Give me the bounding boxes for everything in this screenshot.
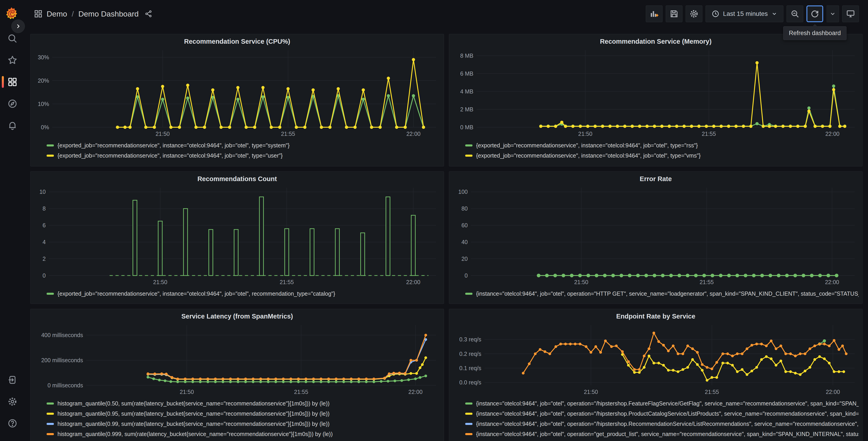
legend-series-label: {instance="otelcol:9464", job="otel", op… bbox=[476, 290, 859, 297]
chevron-down-icon bbox=[771, 11, 777, 17]
toolbar-actions: Last 15 minutes Refresh dashboard bbox=[646, 5, 859, 22]
time-series-chart[interactable]: 0 milliseconds200 milliseconds400 millis… bbox=[34, 321, 440, 397]
cycle-view-mode-button[interactable] bbox=[842, 5, 859, 22]
svg-text:20%: 20% bbox=[38, 78, 49, 84]
legend-series-swatch bbox=[465, 403, 472, 405]
legend-series-swatch bbox=[465, 144, 472, 146]
breadcrumb-section[interactable]: Demo bbox=[46, 9, 67, 18]
panel-title[interactable]: Recommendation Service (CPU%) bbox=[34, 36, 440, 47]
svg-text:0.0 req/s: 0.0 req/s bbox=[459, 379, 481, 385]
save-dashboard-button[interactable] bbox=[666, 5, 682, 22]
sidebar-item-configuration[interactable] bbox=[0, 391, 25, 412]
svg-text:21:55: 21:55 bbox=[281, 130, 295, 137]
panel-title[interactable]: Service Latency (from SpanMetrics) bbox=[34, 311, 440, 321]
svg-text:0: 0 bbox=[465, 272, 468, 279]
sidebar-item-sign-in[interactable] bbox=[0, 369, 25, 391]
legend-item[interactable]: {exported_job="recommendationservice", i… bbox=[465, 140, 859, 151]
svg-text:21:50: 21:50 bbox=[574, 279, 588, 285]
svg-text:6 MB: 6 MB bbox=[460, 70, 473, 77]
search-icon bbox=[7, 33, 18, 44]
legend-item[interactable]: histogram_quantile(0.95, sum(rate(latenc… bbox=[46, 409, 440, 419]
sidebar-item-alerting[interactable] bbox=[0, 115, 25, 136]
zoom-out-time-button[interactable] bbox=[786, 5, 803, 22]
svg-text:80: 80 bbox=[461, 205, 468, 212]
legend-series-swatch bbox=[46, 403, 54, 405]
svg-text:22:00: 22:00 bbox=[406, 279, 421, 285]
legend-item[interactable]: {exported_job="recommendationservice", i… bbox=[46, 151, 440, 161]
refresh-interval-dropdown[interactable] bbox=[826, 5, 839, 22]
panel-error-rate: Error Rate 02040608010021:5021:5522:00 {… bbox=[449, 171, 863, 304]
dashboard-settings-button[interactable] bbox=[686, 5, 702, 22]
svg-text:21:50: 21:50 bbox=[180, 389, 194, 395]
legend-item[interactable]: {exported_job="recommendationservice", i… bbox=[465, 151, 859, 161]
sidebar-bottom-group bbox=[0, 369, 25, 441]
clock-icon bbox=[712, 10, 719, 18]
time-series-chart[interactable]: 0%10%20%30%21:5021:5522:00 bbox=[34, 47, 440, 139]
dashboard-panel-grid: Recommendation Service (CPU%) 0%10%20%30… bbox=[25, 28, 868, 441]
legend: {exported_job="recommendationservice", i… bbox=[465, 140, 859, 161]
svg-text:60: 60 bbox=[461, 222, 468, 229]
legend-series-label: histogram_quantile(0.95, sum(rate(latenc… bbox=[58, 410, 330, 417]
svg-text:10: 10 bbox=[39, 188, 46, 195]
time-series-chart[interactable]: 0 MB2 MB4 MB6 MB8 MB21:5021:5522:00 bbox=[453, 47, 859, 139]
svg-text:21:50: 21:50 bbox=[584, 389, 598, 395]
legend-item[interactable]: {instance="otelcol:9464", job="otel", op… bbox=[465, 289, 859, 299]
legend-series-label: {instance="otelcol:9464", job="otel", op… bbox=[476, 410, 859, 417]
svg-text:40: 40 bbox=[461, 239, 468, 245]
svg-text:4: 4 bbox=[42, 239, 46, 245]
legend-item[interactable]: histogram_quantile(0.99, sum(rate(latenc… bbox=[46, 419, 440, 429]
legend-item[interactable]: {instance="otelcol:9464", job="otel", op… bbox=[465, 429, 859, 439]
legend-item[interactable]: histogram_quantile(0.50, sum(rate(latenc… bbox=[46, 399, 440, 409]
svg-text:0%: 0% bbox=[41, 124, 49, 130]
legend-series-swatch bbox=[465, 293, 472, 295]
svg-text:200 milliseconds: 200 milliseconds bbox=[41, 357, 83, 363]
legend-item[interactable]: {exported_job="recommendationservice", i… bbox=[46, 140, 440, 151]
chevron-down-icon bbox=[830, 11, 836, 17]
legend-series-label: {instance="otelcol:9464", job="otel", op… bbox=[476, 400, 859, 407]
svg-text:20: 20 bbox=[461, 256, 468, 262]
legend: {exported_job="recommendationservice", i… bbox=[46, 140, 440, 161]
panel-recommendation-service-cpu: Recommendation Service (CPU%) 0%10%20%30… bbox=[30, 34, 444, 167]
legend-item[interactable]: {instance="otelcol:9464", job="otel", op… bbox=[465, 419, 859, 429]
dashboard-grid-icon bbox=[34, 9, 42, 18]
svg-text:21:55: 21:55 bbox=[702, 130, 716, 137]
panel-title[interactable]: Error Rate bbox=[453, 173, 859, 184]
svg-text:22:00: 22:00 bbox=[826, 389, 840, 395]
sidebar-item-starred[interactable] bbox=[0, 49, 25, 71]
svg-text:22:00: 22:00 bbox=[825, 279, 839, 285]
panel-title[interactable]: Recommendations Count bbox=[34, 173, 440, 184]
panel-title[interactable]: Endpoint Rate by Service bbox=[453, 311, 859, 321]
breadcrumb-separator: / bbox=[72, 9, 74, 18]
chevron-right-icon bbox=[15, 23, 21, 29]
refresh-dashboard-button[interactable] bbox=[806, 5, 823, 22]
svg-text:100: 100 bbox=[458, 188, 468, 195]
expand-sidebar-button[interactable] bbox=[11, 20, 25, 33]
legend-series-swatch bbox=[465, 413, 472, 415]
svg-text:22:00: 22:00 bbox=[408, 389, 423, 395]
panel-service-latency: Service Latency (from SpanMetrics) 0 mil… bbox=[30, 309, 444, 441]
legend-item[interactable]: {instance="otelcol:9464", job="otel", op… bbox=[465, 399, 859, 409]
legend-item[interactable]: {instance="otelcol:9464", job="otel", op… bbox=[465, 409, 859, 419]
sidebar-item-dashboards[interactable] bbox=[0, 71, 25, 93]
svg-text:21:50: 21:50 bbox=[153, 279, 167, 285]
time-series-chart[interactable]: 0.0 req/s0.1 req/s0.2 req/s0.3 req/s21:5… bbox=[453, 321, 859, 397]
legend-item[interactable]: histogram_quantile(0.999, sum(rate(laten… bbox=[46, 429, 440, 439]
sidebar-item-explore[interactable] bbox=[0, 93, 25, 115]
svg-text:0.2 req/s: 0.2 req/s bbox=[459, 351, 481, 357]
refresh-tooltip: Refresh dashboard bbox=[783, 26, 846, 40]
legend-series-label: histogram_quantile(0.99, sum(rate(latenc… bbox=[58, 421, 330, 427]
legend: {instance="otelcol:9464", job="otel", op… bbox=[465, 289, 859, 299]
add-panel-button[interactable] bbox=[646, 5, 662, 22]
time-series-chart[interactable]: 02040608010021:5021:5522:00 bbox=[453, 184, 859, 287]
grafana-logo[interactable] bbox=[4, 6, 19, 21]
share-icon[interactable] bbox=[145, 10, 152, 18]
svg-text:6: 6 bbox=[42, 222, 46, 229]
svg-text:400 milliseconds: 400 milliseconds bbox=[41, 332, 83, 338]
time-range-picker[interactable]: Last 15 minutes bbox=[706, 5, 783, 22]
bar-chart[interactable]: 024681021:5021:5522:00 bbox=[34, 184, 440, 287]
svg-text:22:00: 22:00 bbox=[825, 130, 839, 137]
breadcrumb-page-title[interactable]: Demo Dashboard bbox=[78, 9, 138, 18]
panel-endpoint-rate-by-service: Endpoint Rate by Service 0.0 req/s0.1 re… bbox=[449, 309, 863, 441]
legend-item[interactable]: {exported_job="recommendationservice", i… bbox=[46, 289, 440, 299]
sidebar-item-help[interactable] bbox=[0, 412, 25, 434]
